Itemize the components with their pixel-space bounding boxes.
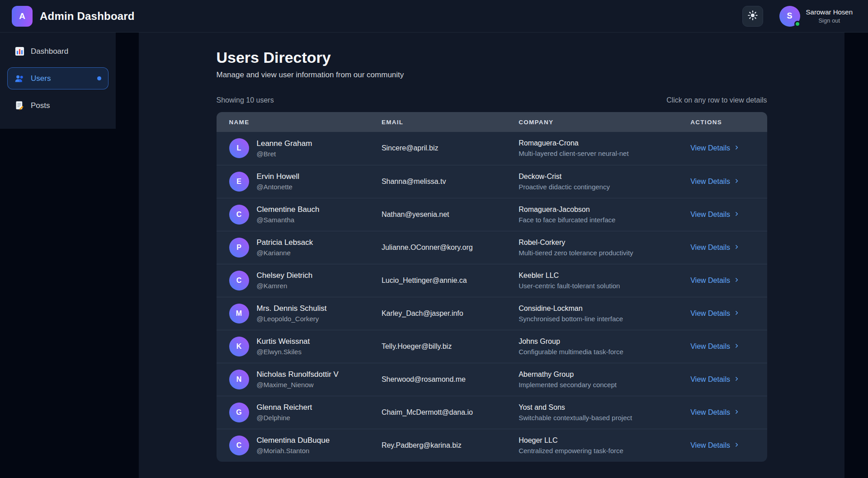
chevron-right-icon xyxy=(734,342,740,351)
avatar: C xyxy=(229,436,249,455)
view-details-link[interactable]: View Details xyxy=(690,342,740,351)
user-email: Julianne.OConner@kory.org xyxy=(382,244,473,251)
user-name: Patricia Lebsack xyxy=(257,238,313,247)
user-name: Clementina DuBuque xyxy=(257,436,330,445)
view-details-label: View Details xyxy=(690,309,730,318)
view-details-label: View Details xyxy=(690,178,730,186)
view-details-link[interactable]: View Details xyxy=(690,309,740,318)
view-details-label: View Details xyxy=(690,211,730,219)
view-details-link[interactable]: View Details xyxy=(690,178,740,186)
sidebar-item-dashboard[interactable]: Dashboard xyxy=(7,40,108,62)
profile-name: Sarowar Hosen xyxy=(806,8,853,16)
view-details-label: View Details xyxy=(690,375,730,384)
company-name: Romaguera-Jacobson xyxy=(519,206,690,214)
table-row[interactable]: C Clementina DuBuque @Moriah.Stanton Rey… xyxy=(217,429,767,462)
table-row[interactable]: G Glenna Reichert @Delphine Chaim_McDerm… xyxy=(217,396,767,429)
user-username: @Samantha xyxy=(257,216,320,224)
sidebar-item-label: Users xyxy=(31,74,51,83)
user-name: Glenna Reichert xyxy=(257,403,312,412)
avatar: E xyxy=(229,172,249,192)
user-email: Telly.Hoeger@billy.biz xyxy=(382,342,452,350)
sidebar-item-posts[interactable]: Posts xyxy=(7,94,108,117)
user-name: Clementine Bauch xyxy=(257,205,320,214)
chevron-right-icon xyxy=(734,144,740,152)
company-catchphrase: Switchable contextually-based project xyxy=(519,414,690,422)
table-row[interactable]: C Clementine Bauch @Samantha Nathan@yese… xyxy=(217,198,767,231)
chevron-right-icon xyxy=(734,309,740,318)
user-name: Kurtis Weissnat xyxy=(257,337,310,346)
avatar: L xyxy=(229,138,249,158)
view-details-link[interactable]: View Details xyxy=(690,144,740,152)
avatar: N xyxy=(229,370,249,389)
user-username: @Delphine xyxy=(257,414,312,422)
sign-out-button[interactable]: Sign out xyxy=(818,17,840,24)
table-row[interactable]: N Nicholas Runolfsdottir V @Maxime_Nieno… xyxy=(217,363,767,396)
sidebar-item-label: Posts xyxy=(31,101,50,110)
theme-toggle-button[interactable] xyxy=(742,6,763,27)
bar-chart-icon xyxy=(14,46,25,56)
users-icon xyxy=(14,73,25,84)
company-catchphrase: Proactive didactic contingency xyxy=(519,183,690,191)
user-name: Chelsey Dietrich xyxy=(257,271,313,280)
view-details-label: View Details xyxy=(690,276,730,285)
app-logo: A xyxy=(12,6,33,27)
table-row[interactable]: M Mrs. Dennis Schulist @Leopoldo_Corkery… xyxy=(217,297,767,330)
company-name: Robel-Corkery xyxy=(519,239,690,247)
user-name: Nicholas Runolfsdottir V xyxy=(257,370,339,379)
table-row[interactable]: L Leanne Graham @Bret Sincere@april.biz … xyxy=(217,132,767,165)
user-email: Nathan@yesenia.net xyxy=(382,211,449,218)
user-name: Ervin Howell xyxy=(257,172,299,181)
company-name: Romaguera-Crona xyxy=(519,139,690,147)
table-row[interactable]: P Patricia Lebsack @Karianne Julianne.OC… xyxy=(217,231,767,264)
chevron-right-icon xyxy=(734,375,740,384)
chevron-right-icon xyxy=(734,211,740,219)
chevron-right-icon xyxy=(734,178,740,186)
profile-area: S Sarowar Hosen Sign out xyxy=(779,6,853,27)
company-catchphrase: Synchronised bottom-line interface xyxy=(519,315,690,323)
sidebar-item-users[interactable]: Users xyxy=(7,67,108,89)
table-row[interactable]: K Kurtis Weissnat @Elwyn.Skiles Telly.Ho… xyxy=(217,330,767,363)
user-username: @Antonette xyxy=(257,183,299,191)
app-title: Admin Dashboard xyxy=(40,10,135,23)
table-row[interactable]: C Chelsey Dietrich @Kamren Lucio_Hetting… xyxy=(217,264,767,297)
table-body: L Leanne Graham @Bret Sincere@april.biz … xyxy=(217,132,767,462)
user-email: Karley_Dach@jasper.info xyxy=(382,309,463,317)
view-details-link[interactable]: View Details xyxy=(690,244,740,252)
sidebar-item-label: Dashboard xyxy=(31,47,68,56)
company-catchphrase: Multi-layered client-server neural-net xyxy=(519,150,690,157)
user-email: Sherwood@rosamond.me xyxy=(382,375,466,383)
chevron-right-icon xyxy=(734,441,740,450)
page-title: Users Directory xyxy=(217,49,767,66)
column-header-name: NAME xyxy=(217,112,382,132)
user-email: Sincere@april.biz xyxy=(382,144,439,152)
view-details-link[interactable]: View Details xyxy=(690,375,740,384)
user-username: @Bret xyxy=(257,150,312,158)
chevron-right-icon xyxy=(734,276,740,285)
table-row[interactable]: E Ervin Howell @Antonette Shanna@melissa… xyxy=(217,165,767,198)
company-catchphrase: Multi-tiered zero tolerance productivity xyxy=(519,249,690,257)
users-table: NAME EMAIL COMPANY ACTIONS L Leanne Grah… xyxy=(217,112,767,462)
view-details-link[interactable]: View Details xyxy=(690,408,740,417)
user-name: Mrs. Dennis Schulist xyxy=(257,304,327,313)
app-header: A Admin Dashboard S Sarowar Hosen xyxy=(0,0,868,33)
view-details-link[interactable]: View Details xyxy=(690,276,740,285)
column-header-email: EMAIL xyxy=(382,112,519,132)
sidebar: Dashboard Users Posts xyxy=(0,33,116,129)
online-status-dot xyxy=(794,21,801,27)
company-name: Abernathy Group xyxy=(519,370,690,379)
view-details-label: View Details xyxy=(690,408,730,417)
view-details-link[interactable]: View Details xyxy=(690,211,740,219)
company-catchphrase: Configurable multimedia task-force xyxy=(519,348,690,356)
user-email: Lucio_Hettinger@annie.ca xyxy=(382,276,467,284)
company-name: Deckow-Crist xyxy=(519,173,690,181)
company-name: Yost and Sons xyxy=(519,403,690,412)
view-details-link[interactable]: View Details xyxy=(690,441,740,450)
table-header-row: NAME EMAIL COMPANY ACTIONS xyxy=(217,112,767,132)
main-panel: Users Directory Manage and view user inf… xyxy=(139,33,844,478)
user-email: Chaim_McDermott@dana.io xyxy=(382,408,473,416)
column-header-actions: ACTIONS xyxy=(690,112,767,132)
view-details-label: View Details xyxy=(690,342,730,351)
user-username: @Kamren xyxy=(257,282,313,290)
avatar: M xyxy=(229,304,249,323)
brand: A Admin Dashboard xyxy=(12,6,135,27)
